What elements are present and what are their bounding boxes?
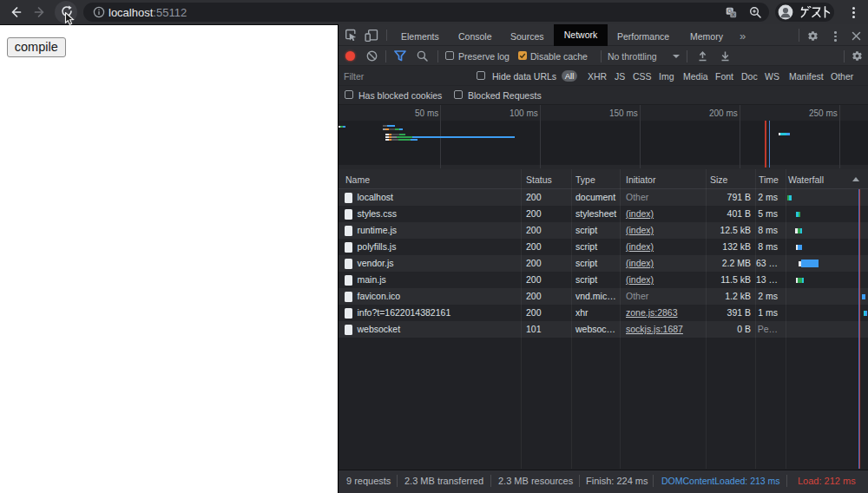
svg-text:X: X — [732, 12, 735, 17]
